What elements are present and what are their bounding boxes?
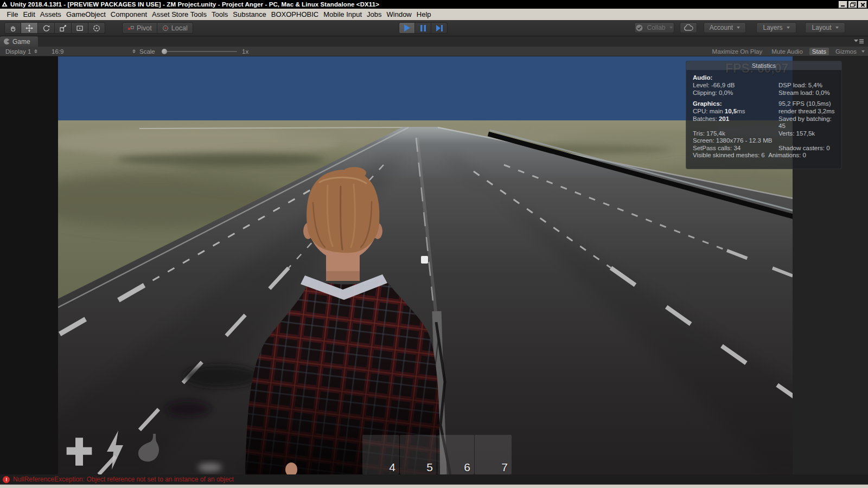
rotate-icon	[42, 24, 50, 32]
account-dropdown[interactable]: Account	[704, 22, 746, 33]
hotbar-slot-7[interactable]: 7	[475, 435, 512, 474]
menu-jobs[interactable]: Jobs	[365, 10, 384, 19]
rect-icon	[76, 24, 84, 32]
graphics-heading-row: Graphics: 95,2 FPS (10,5ms)	[693, 100, 835, 107]
minimize-icon	[841, 5, 845, 7]
collab-check-icon	[636, 24, 643, 31]
tab-game[interactable]: Game	[0, 36, 38, 47]
batches: Batches: 201	[693, 115, 778, 130]
statistics-title: Statistics	[686, 61, 841, 70]
menu-window[interactable]: Window	[384, 10, 414, 19]
scale-slider-knob[interactable]	[162, 49, 167, 54]
close-button[interactable]	[858, 1, 867, 8]
move-tool-button[interactable]	[21, 22, 38, 34]
restore-button[interactable]	[848, 1, 857, 8]
display-dropdown[interactable]: Display 1	[5, 47, 37, 56]
rotate-tool-button[interactable]	[38, 22, 55, 34]
graphics-fps: 95,2 FPS (10,5ms)	[778, 100, 835, 107]
panel-menu-icon	[853, 38, 864, 44]
scale-value: 1x	[242, 47, 248, 56]
tris: Tris: 175,4k	[693, 130, 778, 138]
cloud-icon	[684, 24, 693, 31]
menu-assets[interactable]: Assets	[37, 10, 63, 19]
layers-dropdown[interactable]: Layers	[756, 22, 796, 33]
game-scene	[58, 56, 793, 474]
panel-menu-button[interactable]	[853, 38, 864, 44]
pivot-toggle-group: Pivot Local	[122, 22, 193, 34]
mute-audio-toggle[interactable]: Mute Audio	[769, 48, 806, 55]
scale-tool-button[interactable]	[55, 22, 72, 34]
unity-editor-window: Unity 2018.4.13f1 - [PREVIEW PACKAGES IN…	[0, 0, 868, 488]
menu-tools[interactable]: Tools	[209, 10, 231, 19]
menu-boxophobic[interactable]: BOXOPHOBIC	[269, 10, 321, 19]
window-title: Unity 2018.4.13f1 - [PREVIEW PACKAGES IN…	[10, 1, 379, 8]
window-buttons	[839, 1, 867, 8]
audio-stats: Level: -66,9 dB DSP load: 5,4% Clipping:…	[693, 82, 835, 97]
menu-help[interactable]: Help	[414, 10, 433, 19]
local-icon	[162, 25, 169, 31]
game-tab-icon	[4, 38, 10, 44]
menu-mobile-input[interactable]: Mobile Input	[321, 10, 365, 19]
hotbar-slot-4[interactable]: 4	[362, 435, 399, 474]
account-label: Account	[710, 24, 733, 31]
hotbar: 4 5 6 7	[362, 435, 512, 474]
menu-file[interactable]: File	[4, 10, 21, 19]
transform-tools	[4, 22, 105, 34]
verts: Verts: 157,5k	[778, 130, 835, 138]
transform-tool-button[interactable]	[88, 22, 105, 34]
graphics-stats: CPU: main 10,5ms render thread 3,2ms Bat…	[693, 108, 835, 159]
gizmos-dropdown[interactable]: Gizmos	[833, 48, 865, 55]
play-controls	[399, 22, 448, 34]
menu-edit[interactable]: Edit	[21, 10, 37, 19]
collab-button[interactable]: Collab	[634, 22, 674, 33]
pivot-toggle[interactable]: Pivot	[122, 22, 157, 34]
layout-dropdown[interactable]: Layout	[805, 22, 845, 33]
game-tab-label: Game	[12, 38, 30, 46]
pause-button[interactable]	[415, 22, 431, 34]
status-bar[interactable]: NullReferenceException: Object reference…	[0, 474, 868, 484]
plus-icon	[64, 435, 94, 468]
cloud-button[interactable]	[680, 22, 697, 33]
letterbox-left	[0, 56, 58, 474]
audio-stream-load: Stream load: 0,0%	[778, 89, 835, 97]
menu-gameobject[interactable]: GameObject	[63, 10, 108, 19]
layers-label: Layers	[763, 24, 782, 31]
hand-tool-button[interactable]	[4, 22, 21, 34]
chevron-down-icon	[669, 27, 673, 29]
aspect-ratio-dropdown[interactable]: 16:9	[52, 47, 136, 56]
menu-asset-store-tools[interactable]: Asset Store Tools	[150, 10, 209, 19]
menu-component[interactable]: Component	[108, 10, 149, 19]
hair	[307, 170, 379, 253]
game-toolbar-right: Maximize On Play Mute Audio Stats Gizmos	[710, 47, 865, 56]
audio-heading: Audio:	[693, 74, 835, 81]
toolbar-right-group: Collab Account Layers Layout	[634, 22, 845, 33]
screen-size: Screen: 1380x776 - 12.3 MB	[693, 137, 835, 145]
shadow-casters: Shadow casters: 0	[778, 145, 835, 152]
setpass-calls: SetPass calls: 34	[693, 145, 778, 152]
hand-icon	[9, 24, 17, 32]
play-button[interactable]	[399, 22, 415, 34]
hotbar-slot-5[interactable]: 5	[400, 435, 437, 474]
graphics-heading: Graphics:	[693, 100, 778, 107]
maximize-on-play-toggle[interactable]: Maximize On Play	[710, 48, 765, 55]
statistics-panel: Statistics Audio: Level: -66,9 dB DSP lo…	[686, 61, 842, 169]
transform-icon	[93, 24, 100, 32]
stats-toggle[interactable]: Stats	[809, 48, 829, 55]
hotbar-slot-number: 7	[501, 461, 508, 474]
menu-substance[interactable]: Substance	[231, 10, 269, 19]
scale-slider[interactable]	[163, 51, 237, 52]
gizmos-label: Gizmos	[833, 48, 859, 55]
minimize-button[interactable]	[839, 1, 847, 8]
local-toggle[interactable]: Local	[157, 22, 193, 34]
game-view-toolbar: Display 1 16:9 Scale 1x Maximize On Play…	[0, 47, 868, 56]
hotbar-slot-number: 5	[426, 461, 433, 474]
updown-arrows-icon	[132, 49, 136, 54]
hotbar-slot-6[interactable]: 6	[437, 435, 474, 474]
rect-tool-button[interactable]	[72, 22, 88, 34]
console-error-message[interactable]: NullReferenceException: Object reference…	[13, 476, 234, 483]
step-button[interactable]	[431, 22, 448, 34]
pivot-label: Pivot	[137, 24, 152, 32]
lightning-icon	[105, 431, 125, 470]
cpu-time: CPU: main 10,5ms	[693, 108, 778, 115]
updown-arrows-icon	[34, 49, 37, 54]
